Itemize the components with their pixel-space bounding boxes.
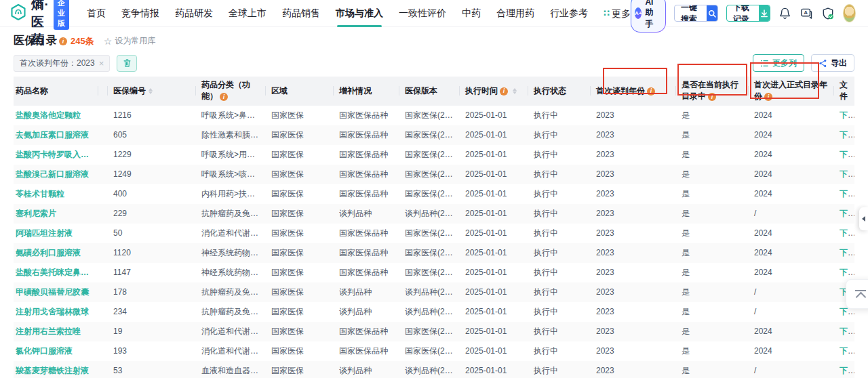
drug-name-link[interactable]: 氨磺必利口服溶液 [16, 248, 81, 257]
column-header-name: 药品名称 [14, 77, 98, 106]
cell-supplement: 国家医保品种 [334, 322, 399, 341]
cell-file: 下载 [834, 125, 854, 145]
info-icon: i [500, 87, 508, 96]
drug-name-link[interactable]: 氯化钾口服溶液 [16, 346, 73, 356]
nav-item-竞争情报[interactable]: 竞争情报 [121, 0, 159, 27]
cell-status: 执行中 [528, 243, 591, 263]
nav-item-市场与准入[interactable]: 市场与准入 [336, 0, 383, 27]
download-link[interactable]: 下载 [840, 169, 854, 179]
sort-icon[interactable] [513, 88, 517, 94]
cell-in_current: 是 [676, 282, 749, 302]
download-link[interactable]: 下载 [840, 366, 854, 375]
cell-name: 盐酸右美托咪定鼻… [14, 263, 98, 282]
download-link[interactable]: 下载 [840, 228, 854, 238]
download-link[interactable]: 下载 [840, 110, 854, 120]
column-header-nego_year: 首次谈判年份i [591, 77, 676, 106]
download-icon[interactable] [759, 5, 770, 21]
drug-name-link[interactable]: 苓桂术甘颗粒 [16, 189, 64, 198]
chevron-left-icon [859, 216, 865, 222]
cell-formal_year: 2024 [749, 184, 834, 204]
download-link[interactable]: 下载 [840, 189, 854, 198]
set-favorite-button[interactable]: ☆ 设为常用库 [104, 35, 156, 47]
cell-formal_year: 2024 [749, 341, 834, 361]
drug-name-link[interactable]: 盐酸右美托咪定鼻… [16, 268, 89, 277]
nav-item-首页[interactable]: 首页 [87, 0, 106, 27]
column-label: 文件 [840, 80, 848, 101]
table-row: 氯化钾口服溶液193消化道和代谢方面…国家医保国家医保品种国家医保(2024年版… [14, 341, 854, 361]
chip-close-icon[interactable]: × [99, 59, 104, 68]
drug-name-link[interactable]: 盐酸奥洛他定颗粒 [16, 110, 81, 120]
drug-name-link[interactable]: 羧基麦芽糖铁注射液 [16, 366, 89, 375]
download-link[interactable]: 下载 [840, 268, 854, 277]
cell-nego_year: 2023 [591, 263, 676, 282]
cell-code: 234 [108, 302, 196, 322]
cell-supplement: 国家医保品种 [334, 224, 399, 243]
ai-assistant-button[interactable]: A+ AI助手 [631, 0, 666, 33]
column-header-code[interactable]: 医保编号 [108, 77, 196, 106]
drug-name-link[interactable]: 阿瑞匹坦注射液 [16, 228, 73, 238]
side-panel-collapse-handle[interactable] [859, 207, 868, 230]
cell-region: 国家医保 [266, 282, 334, 302]
nav-item-行业参考[interactable]: 行业参考 [550, 0, 588, 27]
drug-name-link[interactable]: 去氨加压素口服溶液 [16, 130, 89, 140]
nav-item-全球上市[interactable]: 全球上市 [229, 0, 267, 27]
download-link[interactable]: 下载 [840, 209, 854, 218]
brand-logo-icon [9, 3, 27, 24]
nav-item-合理用药[interactable]: 合理用药 [496, 0, 534, 27]
more-columns-button[interactable]: 更多列 [753, 54, 804, 72]
cell-supplement: 国家医保品种 [334, 341, 399, 361]
drug-name-link[interactable]: 甲磺酸贝福替尼胶囊 [16, 287, 89, 297]
nav-item-一致性评价[interactable]: 一致性评价 [399, 0, 446, 27]
cell-name: 阿瑞匹坦注射液 [14, 224, 98, 243]
download-link[interactable]: 下载 [840, 150, 854, 159]
cell-code: 193 [108, 341, 196, 361]
info-icon[interactable]: i [59, 37, 67, 45]
cell-nego_year: 2023 [591, 322, 676, 341]
drug-name-link[interactable]: 盐酸溴己新口服溶液 [16, 169, 89, 179]
download-history-button[interactable]: 下载记录 [726, 5, 770, 22]
download-link[interactable]: 下载 [840, 130, 854, 140]
cell-status: 执行中 [528, 165, 591, 184]
sort-icon[interactable] [149, 88, 153, 94]
nav-item-药品销售[interactable]: 药品销售 [282, 0, 320, 27]
download-link[interactable]: 下载 [840, 346, 854, 356]
back-to-top-button[interactable] [846, 279, 868, 309]
export-label: 导出 [831, 58, 847, 69]
cell-file: 下载 [834, 184, 854, 204]
nav-item-中药[interactable]: 中药 [462, 0, 481, 27]
cell-category: 抗肿瘤药及免疫调… [196, 302, 266, 322]
nav-item-药品研发[interactable]: 药品研发 [175, 0, 213, 27]
cell-category: 内科用药>扶正剂… [196, 184, 266, 204]
cell-name: 氯化钾口服溶液 [14, 341, 98, 361]
drug-name-link[interactable]: 塞利尼索片 [16, 209, 56, 218]
message-feedback-icon[interactable]: A [800, 6, 813, 21]
cell-version: 国家医保(2024年版) [399, 263, 460, 282]
download-link[interactable]: 下载 [840, 248, 854, 257]
column-header-time[interactable]: 执行时间i [460, 77, 528, 106]
clear-filters-button[interactable] [117, 55, 137, 72]
download-link[interactable]: 下载 [840, 327, 854, 336]
user-avatar[interactable] [843, 4, 856, 22]
security-shield-icon[interactable] [821, 6, 835, 21]
drug-name-link[interactable]: 注射用右兰索拉唑 [16, 327, 81, 336]
cell-time: 2025-01-01 [460, 302, 528, 322]
drug-name-link[interactable]: 盐酸丙卡特罗吸入… [16, 150, 89, 159]
cell-nego_year: 2023 [591, 243, 676, 263]
export-button[interactable]: 导出 [811, 54, 854, 72]
cell-status: 执行中 [528, 184, 591, 204]
cell-spacer [98, 125, 108, 145]
quick-search-button[interactable]: 一键搜索 [674, 5, 718, 22]
info-icon: i [764, 93, 772, 101]
cell-version: 国家医保(2024年版) [399, 224, 460, 243]
notification-bell-icon[interactable] [778, 6, 791, 21]
cell-spacer [98, 361, 108, 378]
cell-nego_year: 2023 [591, 125, 676, 145]
cell-region: 国家医保 [266, 125, 334, 145]
cell-formal_year: / [749, 302, 834, 322]
search-icon[interactable] [707, 5, 717, 21]
drug-name-link[interactable]: 注射用戈舍瑞林微球 [16, 307, 89, 316]
cell-region: 国家医保 [266, 302, 334, 322]
cell-status: 执行中 [528, 263, 591, 282]
nav-more[interactable]: ∷更多 [604, 0, 631, 27]
cell-spacer [98, 184, 108, 204]
